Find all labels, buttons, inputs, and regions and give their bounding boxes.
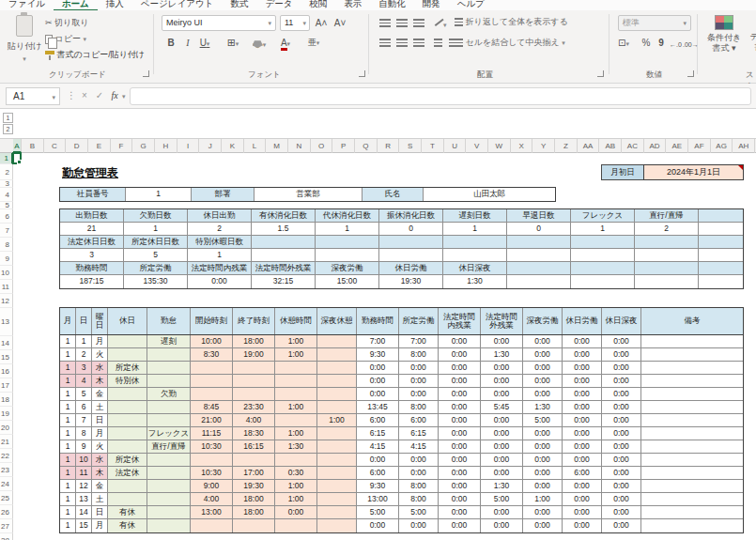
attendance-cell[interactable]: 0:00 (523, 506, 563, 518)
attendance-cell[interactable]: 0:00 (439, 427, 481, 440)
attendance-cell[interactable]: 月 (92, 335, 108, 347)
column-header[interactable]: L (244, 139, 267, 153)
attendance-cell[interactable] (233, 362, 275, 374)
attendance-cell[interactable] (641, 519, 743, 532)
align-bottom-button[interactable] (413, 18, 424, 27)
attendance-cell[interactable]: 火 (92, 348, 108, 361)
attendance-cell[interactable] (641, 388, 743, 400)
attendance-cell[interactable]: 0:00 (275, 506, 317, 518)
attendance-cell[interactable]: 水 (92, 454, 108, 466)
summary-cell[interactable]: 遅刻日数 (443, 209, 507, 222)
attendance-cell[interactable] (233, 454, 275, 466)
attendance-cell[interactable]: 0:00 (439, 414, 481, 426)
attendance-cell[interactable]: 6:00 (357, 414, 399, 426)
attendance-cell[interactable] (108, 348, 147, 361)
attendance-cell[interactable]: 0:00 (602, 506, 641, 518)
summary-cell[interactable] (379, 236, 443, 248)
column-header[interactable]: U (444, 139, 467, 153)
attendance-cell[interactable] (147, 348, 191, 361)
ribbon-tab-item[interactable]: ファイル (0, 0, 54, 9)
align-center-button[interactable] (396, 38, 408, 47)
attendance-cell[interactable]: 0:00 (439, 519, 481, 532)
column-header[interactable]: T (422, 139, 444, 153)
fx-icon[interactable]: fx (107, 88, 122, 102)
attendance-cell[interactable]: 0:00 (399, 454, 439, 466)
attendance-cell[interactable]: 9:30 (357, 480, 399, 492)
attendance-cell[interactable]: 8:00 (399, 480, 439, 492)
enter-icon[interactable]: ✓ (92, 88, 107, 102)
ribbon-tab-item[interactable]: ヘルプ (449, 0, 493, 9)
attendance-cell[interactable]: 土 (92, 493, 108, 505)
attendance-cell[interactable] (275, 388, 317, 400)
summary-cell[interactable] (699, 249, 743, 261)
summary-cell[interactable]: 休日労働 (379, 262, 443, 274)
column-header[interactable]: M (266, 139, 288, 153)
attendance-cell[interactable] (317, 440, 357, 453)
attendance-cell[interactable]: 0:00 (399, 519, 439, 532)
attendance-cell[interactable]: 0:00 (481, 454, 523, 466)
summary-cell[interactable]: 32:15 (252, 275, 316, 288)
attendance-header-cell[interactable]: 勤務時間 (357, 308, 399, 334)
attendance-cell[interactable]: 10:30 (191, 467, 233, 479)
cut-button[interactable]: ✂ 切り取り (45, 17, 88, 29)
attendance-cell[interactable]: 1 (60, 362, 76, 374)
attendance-cell[interactable] (147, 519, 191, 532)
attendance-cell[interactable]: 14 (76, 506, 92, 518)
attendance-cell[interactable] (641, 480, 743, 492)
attendance-cell[interactable] (641, 506, 743, 518)
summary-cell[interactable]: 早退日数 (507, 209, 571, 222)
ribbon-tab-item[interactable]: 自動化 (370, 0, 414, 9)
attendance-header-cell[interactable]: 休日労働 (563, 308, 602, 334)
attendance-cell[interactable]: 0:00 (439, 362, 481, 374)
ribbon-tab-item[interactable]: ページレイアウト (132, 0, 223, 9)
column-header[interactable]: AB (599, 139, 622, 153)
attendance-cell[interactable]: 日 (92, 414, 108, 426)
attendance-cell[interactable]: 0:00 (563, 362, 602, 374)
summary-cell[interactable] (507, 262, 571, 274)
employee-cell[interactable]: 1 (126, 188, 192, 201)
copy-button[interactable]: コピー ▾ (45, 33, 86, 45)
attendance-cell[interactable]: 0:00 (523, 427, 563, 440)
attendance-cell[interactable]: 0:00 (602, 335, 641, 347)
column-header[interactable]: B (22, 139, 44, 153)
attendance-cell[interactable]: 0:00 (357, 454, 399, 466)
summary-cell[interactable]: 振休消化日数 (379, 209, 443, 222)
attendance-cell[interactable]: 0:00 (439, 375, 481, 387)
ribbon-tab-item[interactable]: 挿入 (98, 0, 132, 9)
bold-button[interactable]: B (163, 36, 178, 50)
attendance-cell[interactable]: 0:00 (439, 388, 481, 400)
attendance-cell[interactable]: 1:30 (481, 348, 523, 361)
attendance-cell[interactable]: 13:45 (357, 401, 399, 413)
attendance-cell[interactable]: 2 (76, 348, 92, 361)
attendance-cell[interactable] (317, 335, 357, 347)
attendance-cell[interactable] (641, 375, 743, 387)
attendance-cell[interactable] (317, 348, 357, 361)
attendance-header-cell[interactable]: 所定労働 (399, 308, 439, 334)
attendance-header-cell[interactable]: 休日 (108, 308, 147, 334)
attendance-cell[interactable] (641, 335, 743, 347)
attendance-cell[interactable]: 8:00 (399, 493, 439, 505)
attendance-cell[interactable]: 7 (76, 414, 92, 426)
attendance-cell[interactable]: 特別休 (108, 375, 147, 387)
summary-cell[interactable]: 勤務時間 (60, 262, 124, 274)
attendance-cell[interactable]: 0:00 (523, 454, 563, 466)
attendance-cell[interactable]: 6:00 (399, 414, 439, 426)
attendance-header-cell[interactable]: 深夜労働 (523, 308, 563, 334)
outline-level-2-button[interactable]: 2 (3, 124, 13, 134)
employee-cell[interactable]: 社員番号 (60, 188, 126, 201)
attendance-cell[interactable] (641, 348, 743, 361)
summary-cell[interactable]: 187:15 (60, 275, 124, 288)
attendance-cell[interactable] (317, 362, 357, 374)
attendance-cell[interactable]: 0:00 (439, 348, 481, 361)
attendance-cell[interactable]: 1 (60, 427, 76, 440)
summary-cell[interactable]: 所定労働 (124, 262, 188, 274)
align-left-button[interactable] (379, 38, 391, 47)
attendance-cell[interactable]: 0:00 (563, 388, 602, 400)
attendance-header-cell[interactable]: 深夜休憩 (317, 308, 357, 334)
attendance-cell[interactable]: 18:00 (233, 493, 275, 505)
attendance-header-cell[interactable]: 備考 (641, 308, 743, 334)
attendance-cell[interactable]: 6:00 (563, 467, 602, 479)
column-header[interactable]: G (132, 139, 155, 153)
attendance-cell[interactable]: 0:00 (357, 362, 399, 374)
attendance-cell[interactable]: 0:00 (481, 519, 523, 532)
